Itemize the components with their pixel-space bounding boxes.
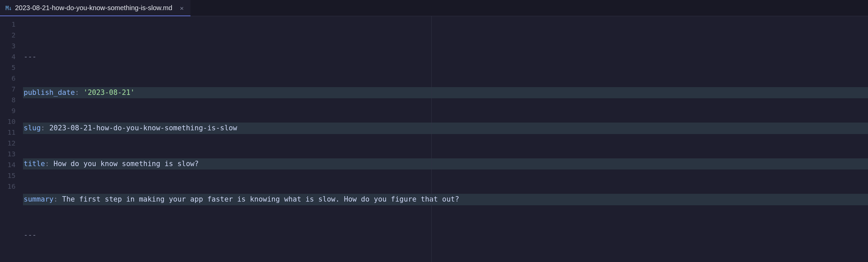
line-number: 10 [0, 116, 16, 127]
yaml-value: '2023-08-21' [83, 87, 135, 99]
yaml-value: How do you know something is slow? [54, 158, 199, 170]
line-gutter: 1 2 3 4 5 6 7 8 9 10 11 12 13 14 15 16 [0, 16, 22, 262]
line-number: 8 [0, 95, 16, 105]
line-number: 12 [0, 138, 16, 149]
code-line: slug: 2023-08-21-how-do-you-know-somethi… [23, 123, 868, 134]
tab-title: 2023-08-21-how-do-you-know-something-is-… [15, 4, 172, 12]
frontmatter-delim: --- [24, 51, 36, 63]
yaml-key: publish_date [24, 87, 75, 99]
line-number: 14 [0, 159, 16, 170]
yaml-value: The first step in making your app faster… [62, 194, 459, 205]
line-number: 1 [0, 19, 16, 30]
line-number: 16 [0, 181, 16, 192]
line-number: 5 [0, 62, 16, 73]
code-line: summary: The first step in making your a… [23, 194, 868, 205]
yaml-value: 2023-08-21-how-do-you-know-something-is-… [49, 123, 237, 134]
yaml-key: slug [24, 123, 41, 134]
editor-tab[interactable]: M↓ 2023-08-21-how-do-you-know-something-… [0, 0, 191, 16]
line-number: 15 [0, 170, 16, 181]
line-number: 13 [0, 149, 16, 159]
line-number: 7 [0, 84, 16, 95]
close-icon[interactable]: × [178, 5, 185, 11]
tab-bar: M↓ 2023-08-21-how-do-you-know-something-… [0, 0, 868, 16]
line-number: 6 [0, 73, 16, 84]
yaml-key: summary [24, 194, 54, 205]
code-line: --- [23, 51, 868, 63]
markdown-icon: M↓ [5, 5, 11, 11]
line-number: 2 [0, 30, 16, 41]
yaml-key: title [24, 158, 45, 170]
line-number: 3 [0, 41, 16, 51]
line-number: 11 [0, 127, 16, 138]
line-number: 4 [0, 51, 16, 62]
editor: 1 2 3 4 5 6 7 8 9 10 11 12 13 14 15 16 -… [0, 16, 868, 262]
ruler [431, 16, 432, 262]
code-line: publish_date: '2023-08-21' [23, 87, 868, 99]
code-line: --- [23, 230, 868, 241]
line-number: 9 [0, 105, 16, 116]
code-area[interactable]: --- publish_date: '2023-08-21' slug: 202… [22, 16, 868, 262]
frontmatter-delim: --- [24, 230, 36, 241]
code-line: title: How do you know something is slow… [23, 158, 868, 170]
